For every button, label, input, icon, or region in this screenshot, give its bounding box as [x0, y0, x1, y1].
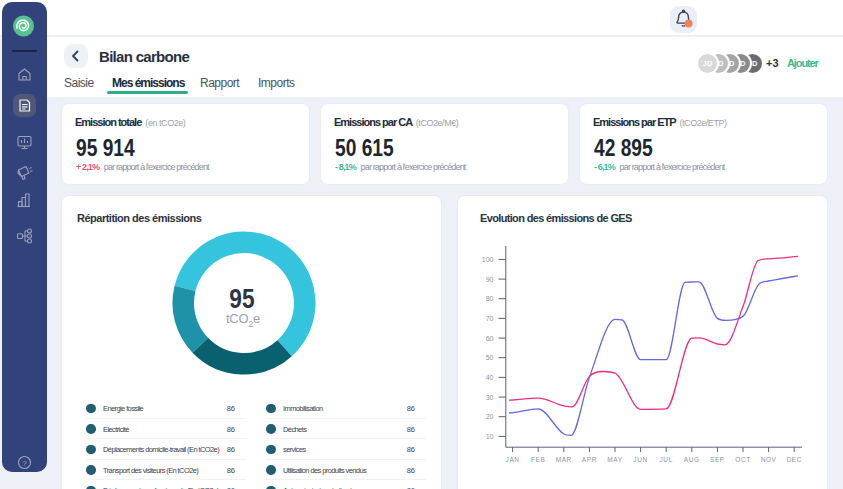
svg-text:DEC: DEC: [786, 456, 802, 463]
svg-text:APR: APR: [582, 456, 597, 463]
svg-text:OCT: OCT: [735, 456, 751, 463]
svg-text:100: 100: [482, 256, 494, 263]
svg-text:50: 50: [486, 354, 494, 361]
svg-text:90: 90: [486, 276, 494, 283]
svg-text:70: 70: [486, 315, 494, 322]
svg-text:40: 40: [486, 374, 494, 381]
svg-text:30: 30: [486, 394, 494, 401]
svg-text:NOV: NOV: [761, 456, 777, 463]
svg-text:MAY: MAY: [607, 456, 622, 463]
svg-text:JUN: JUN: [633, 456, 647, 463]
svg-text:FEB: FEB: [531, 456, 545, 463]
svg-text:AUG: AUG: [684, 456, 700, 463]
svg-text:SEP: SEP: [710, 456, 725, 463]
svg-text:MAR: MAR: [556, 456, 572, 463]
svg-text:JAN: JAN: [506, 456, 520, 463]
svg-text:80: 80: [486, 295, 494, 302]
svg-text:10: 10: [486, 433, 494, 440]
svg-text:20: 20: [486, 413, 494, 420]
svg-text:60: 60: [486, 335, 494, 342]
svg-text:?: ?: [22, 459, 27, 468]
svg-text:JUL: JUL: [660, 456, 673, 463]
